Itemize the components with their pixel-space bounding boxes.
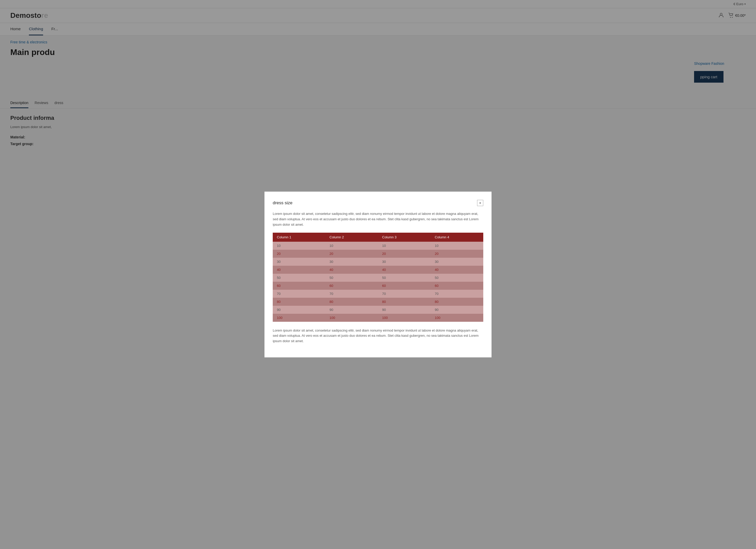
table-cell: 70: [378, 290, 431, 298]
table-cell: 20: [273, 250, 325, 258]
table-col-4: Column 4: [431, 233, 483, 242]
modal-intro-text: Lorem ipsum dolor sit amet, consetetur s…: [273, 211, 483, 227]
table-cell: 40: [273, 266, 325, 274]
table-col-2: Column 2: [325, 233, 378, 242]
table-cell: 10: [273, 242, 325, 250]
table-cell: 20: [431, 250, 483, 258]
table-cell: 20: [378, 250, 431, 258]
table-cell: 10: [325, 242, 378, 250]
table-cell: 80: [431, 298, 483, 306]
table-cell: 50: [273, 274, 325, 282]
table-cell: 70: [431, 290, 483, 298]
modal-title: dress size: [273, 200, 293, 205]
table-cell: 60: [325, 282, 378, 290]
table-cell: 20: [325, 250, 378, 258]
table-cell: 30: [273, 258, 325, 266]
table-cell: 50: [325, 274, 378, 282]
table-cell: 40: [378, 266, 431, 274]
table-cell: 30: [431, 258, 483, 266]
table-cell: 60: [378, 282, 431, 290]
table-cell: 10: [378, 242, 431, 250]
table-col-1: Column 1: [273, 233, 325, 242]
table-cell: 10: [431, 242, 483, 250]
table-cell: 40: [431, 266, 483, 274]
table-cell: 100: [325, 314, 378, 322]
modal-header: dress size ×: [273, 200, 483, 206]
modal-overlay[interactable]: dress size × Lorem ipsum dolor sit amet,…: [0, 0, 756, 549]
table-body: 1010101020202020303030304040404050505050…: [273, 242, 483, 322]
table-cell: 90: [325, 306, 378, 314]
table-cell: 60: [431, 282, 483, 290]
modal-outro-text: Lorem ipsum dolor sit amet, consetetur s…: [273, 328, 483, 344]
table-col-3: Column 3: [378, 233, 431, 242]
table-cell: 70: [273, 290, 325, 298]
table-cell: 100: [378, 314, 431, 322]
table-cell: 30: [325, 258, 378, 266]
table-cell: 80: [273, 298, 325, 306]
table-cell: 90: [378, 306, 431, 314]
table-cell: 50: [431, 274, 483, 282]
modal-close-button[interactable]: ×: [477, 200, 483, 206]
table-cell: 50: [378, 274, 431, 282]
table-cell: 100: [431, 314, 483, 322]
table-cell: 80: [378, 298, 431, 306]
table-cell: 80: [325, 298, 378, 306]
table-cell: 60: [273, 282, 325, 290]
table-cell: 100: [273, 314, 325, 322]
table-cell: 70: [325, 290, 378, 298]
table-cell: 40: [325, 266, 378, 274]
size-table: Column 1 Column 2 Column 3 Column 4 1010…: [273, 233, 483, 322]
table-cell: 30: [378, 258, 431, 266]
table-header: Column 1 Column 2 Column 3 Column 4: [273, 233, 483, 242]
dress-size-modal: dress size × Lorem ipsum dolor sit amet,…: [264, 191, 492, 358]
table-cell: 90: [431, 306, 483, 314]
table-cell: 90: [273, 306, 325, 314]
